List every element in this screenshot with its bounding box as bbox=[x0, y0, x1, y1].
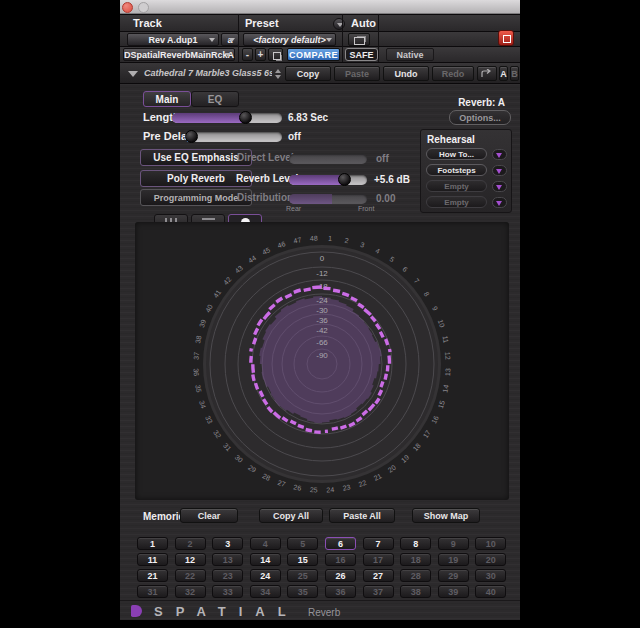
clear-button[interactable]: Clear bbox=[180, 508, 238, 523]
slot-a-button[interactable]: A bbox=[499, 66, 508, 81]
reverb-slot-label: Reverb: A bbox=[458, 97, 505, 108]
memory-slot-6[interactable]: 6 bbox=[325, 537, 356, 550]
memory-slot-24[interactable]: 24 bbox=[250, 569, 281, 582]
copy-button[interactable]: Copy bbox=[285, 66, 331, 81]
memory-slot-28[interactable]: 28 bbox=[400, 569, 431, 582]
memory-slot-9[interactable]: 9 bbox=[438, 537, 469, 550]
memory-slot-40[interactable]: 40 bbox=[475, 585, 506, 598]
memory-slot-29[interactable]: 29 bbox=[438, 569, 469, 582]
memory-slot-27[interactable]: 27 bbox=[363, 569, 394, 582]
channel-level-dash bbox=[304, 289, 311, 290]
librarian-preset-name[interactable]: Cathedral 7 Marble3 Glass5 6s Generic bbox=[144, 68, 272, 78]
db-ring-label: -24 bbox=[316, 296, 328, 305]
memory-slot-26[interactable]: 26 bbox=[325, 569, 356, 582]
channel-number: 1 bbox=[328, 235, 332, 242]
tab-main[interactable]: Main bbox=[143, 91, 191, 107]
minimize-window-icon[interactable] bbox=[138, 2, 149, 13]
length-slider[interactable] bbox=[172, 113, 282, 123]
preset-menu-icon[interactable] bbox=[333, 18, 345, 30]
memory-slot-38[interactable]: 38 bbox=[400, 585, 431, 598]
memory-slot-21[interactable]: 21 bbox=[137, 569, 168, 582]
distribution-slider[interactable] bbox=[289, 194, 367, 204]
memory-slot-37[interactable]: 37 bbox=[363, 585, 394, 598]
memory-slot-12[interactable]: 12 bbox=[175, 553, 206, 566]
channel-number: 44 bbox=[247, 254, 257, 264]
channel-level-dash bbox=[251, 356, 252, 363]
memory-slot-33[interactable]: 33 bbox=[212, 585, 243, 598]
channel-number: 38 bbox=[194, 335, 202, 344]
channel-number: 22 bbox=[358, 479, 368, 488]
memory-slot-3[interactable]: 3 bbox=[212, 537, 243, 550]
direct-level-row: Direct Level off bbox=[120, 152, 520, 166]
auto-enable-icon[interactable] bbox=[348, 33, 370, 46]
header-row-selectors: Rev A.dup1 a <factory default> bbox=[120, 31, 520, 46]
pre-delay-slider-knob[interactable] bbox=[185, 130, 198, 143]
preset-selector[interactable]: <factory default> bbox=[243, 33, 336, 46]
paste-all-button[interactable]: Paste All bbox=[329, 508, 395, 523]
compare-button[interactable]: COMPARE bbox=[287, 48, 340, 61]
memory-slot-13[interactable]: 13 bbox=[212, 553, 243, 566]
preset-increment-button[interactable]: + bbox=[255, 48, 266, 61]
memory-slot-15[interactable]: 15 bbox=[287, 553, 318, 566]
memory-slot-11[interactable]: 11 bbox=[137, 553, 168, 566]
memory-slot-25[interactable]: 25 bbox=[287, 569, 318, 582]
librarian-toolbar: Cathedral 7 Marble3 Glass5 6s Generic Co… bbox=[120, 62, 520, 84]
memory-slot-8[interactable]: 8 bbox=[400, 537, 431, 550]
safe-button[interactable]: SAFE bbox=[345, 48, 378, 61]
tab-eq[interactable]: EQ bbox=[191, 91, 239, 107]
paste-button[interactable]: Paste bbox=[334, 66, 380, 81]
length-slider-knob[interactable] bbox=[239, 111, 252, 124]
polar-level-meter[interactable]: 0-12-18-24-30-36-42-66-90123456789101112… bbox=[135, 222, 509, 500]
redo-button[interactable]: Redo bbox=[432, 66, 474, 81]
memory-slot-5[interactable]: 5 bbox=[287, 537, 318, 550]
direct-level-slider[interactable] bbox=[289, 154, 367, 164]
preset-selector-value: <factory default> bbox=[253, 35, 326, 45]
close-window-icon[interactable] bbox=[122, 2, 133, 13]
memory-slot-4[interactable]: 4 bbox=[250, 537, 281, 550]
memory-slot-22[interactable]: 22 bbox=[175, 569, 206, 582]
memory-slot-32[interactable]: 32 bbox=[175, 585, 206, 598]
show-map-button[interactable]: Show Map bbox=[412, 508, 480, 523]
memory-slot-23[interactable]: 23 bbox=[212, 569, 243, 582]
brand-name: SPATIAL bbox=[154, 604, 299, 619]
channel-number: 32 bbox=[212, 429, 222, 439]
target-window-button[interactable] bbox=[498, 30, 514, 46]
channel-level-dash bbox=[340, 426, 346, 428]
reverb-level-slider-knob[interactable] bbox=[338, 173, 351, 186]
memory-slot-10[interactable]: 10 bbox=[475, 537, 506, 550]
pre-delay-slider[interactable] bbox=[187, 132, 282, 142]
memory-slot-30[interactable]: 30 bbox=[475, 569, 506, 582]
memory-slot-17[interactable]: 17 bbox=[363, 553, 394, 566]
memory-slot-1[interactable]: 1 bbox=[137, 537, 168, 550]
memory-slot-7[interactable]: 7 bbox=[363, 537, 394, 550]
db-ring-label: 0 bbox=[320, 254, 325, 263]
librarian-menu-icon[interactable] bbox=[128, 71, 138, 77]
memory-slot-20[interactable]: 20 bbox=[475, 553, 506, 566]
copy-settings-icon[interactable] bbox=[268, 48, 283, 61]
redirect-arrow-icon[interactable] bbox=[477, 66, 497, 81]
memory-slot-18[interactable]: 18 bbox=[400, 553, 431, 566]
memory-slot-35[interactable]: 35 bbox=[287, 585, 318, 598]
insert-selector[interactable]: DSpatialReverbMainRckA bbox=[123, 48, 235, 61]
memory-slot-2[interactable]: 2 bbox=[175, 537, 206, 550]
slot-b-button[interactable]: B bbox=[510, 66, 519, 81]
preset-decrement-button[interactable]: - bbox=[242, 48, 253, 61]
memory-slot-31[interactable]: 31 bbox=[137, 585, 168, 598]
memory-slot-19[interactable]: 19 bbox=[438, 553, 469, 566]
memory-slot-36[interactable]: 36 bbox=[325, 585, 356, 598]
channel-level-dash bbox=[253, 364, 254, 372]
reverb-level-slider[interactable] bbox=[289, 175, 367, 185]
memory-slot-34[interactable]: 34 bbox=[250, 585, 281, 598]
channel-selector[interactable]: a bbox=[221, 33, 239, 46]
channel-number: 34 bbox=[198, 400, 207, 410]
memory-slot-39[interactable]: 39 bbox=[438, 585, 469, 598]
memory-slot-16[interactable]: 16 bbox=[325, 553, 356, 566]
distribution-front-label: Front bbox=[358, 205, 374, 212]
memory-slot-14[interactable]: 14 bbox=[250, 553, 281, 566]
copy-all-button[interactable]: Copy All bbox=[259, 508, 323, 523]
track-selector[interactable]: Rev A.dup1 bbox=[127, 33, 219, 46]
channel-number: 35 bbox=[194, 384, 202, 393]
preset-spinner[interactable] bbox=[273, 67, 282, 81]
insert-selector-value: DSpatialReverbMainRckA bbox=[124, 50, 234, 60]
undo-button[interactable]: Undo bbox=[383, 66, 429, 81]
